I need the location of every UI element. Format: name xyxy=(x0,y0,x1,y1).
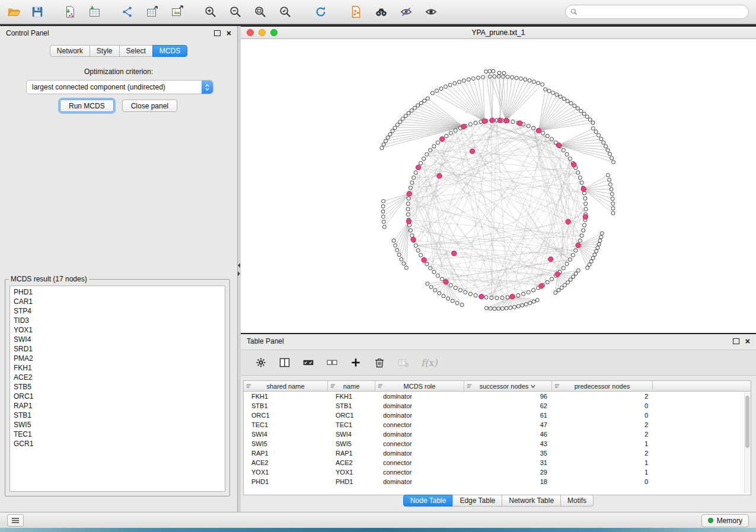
zoom-out-icon[interactable] xyxy=(228,4,243,20)
import-table-icon[interactable] xyxy=(87,4,102,20)
scrollbar-thumb[interactable] xyxy=(745,396,749,448)
export-table-icon[interactable] xyxy=(145,4,160,20)
select-all-icon[interactable] xyxy=(301,355,315,370)
memory-button[interactable]: Memory xyxy=(701,514,749,527)
column-header-successor-nodes[interactable]: successor nodes xyxy=(464,381,552,392)
collapse-left-icon[interactable] xyxy=(238,263,240,268)
close-table-panel-icon[interactable]: × xyxy=(745,338,750,344)
table-row[interactable]: FKH1FKH1dominator962 xyxy=(244,392,751,401)
column-sort-icon[interactable] xyxy=(466,383,473,389)
table-tab-network-table[interactable]: Network Table xyxy=(502,495,561,507)
result-item[interactable]: PMA2 xyxy=(10,354,225,363)
zoom-in-icon[interactable] xyxy=(203,4,218,20)
result-item[interactable]: FKH1 xyxy=(10,363,225,373)
table-tab-node-table[interactable]: Node Table xyxy=(403,495,454,507)
first-neighbors-icon[interactable] xyxy=(374,4,389,20)
open-session-icon[interactable] xyxy=(6,4,21,20)
collapse-right-icon[interactable] xyxy=(238,271,240,276)
table-scrollbar[interactable] xyxy=(744,392,751,493)
tab-network[interactable]: Network xyxy=(50,45,90,57)
table-row[interactable]: ORC1ORC1dominator610 xyxy=(244,411,751,420)
export-network-icon[interactable] xyxy=(120,4,135,20)
column-sort-icon[interactable] xyxy=(245,383,252,389)
table-cell: 2 xyxy=(552,421,653,428)
tab-style[interactable]: Style xyxy=(90,45,120,57)
table-cell: TEC1 xyxy=(328,421,375,428)
delete-row-icon[interactable] xyxy=(372,355,387,370)
window-minimize-icon[interactable] xyxy=(259,29,266,36)
result-item[interactable]: ACE2 xyxy=(10,373,225,382)
desktop-background xyxy=(0,528,756,532)
save-session-icon[interactable] xyxy=(30,4,45,20)
result-item[interactable]: PHD1 xyxy=(10,287,225,297)
column-header-MCDS-role[interactable]: MCDS role xyxy=(375,381,464,392)
import-network-icon[interactable] xyxy=(62,4,77,20)
deselect-all-icon[interactable] xyxy=(325,355,339,370)
zoom-selected-icon[interactable] xyxy=(277,4,293,20)
hide-selected-icon[interactable] xyxy=(398,4,414,20)
column-sort-icon[interactable] xyxy=(330,383,336,389)
optimization-select[interactable]: largest connected component (undirected) xyxy=(26,80,213,94)
close-panel-icon[interactable]: × xyxy=(227,30,231,36)
column-header-shared-name[interactable]: shared name xyxy=(244,381,328,392)
result-item[interactable]: ORC1 xyxy=(10,392,225,401)
tab-mcds[interactable]: MCDS xyxy=(152,45,187,57)
show-all-icon[interactable] xyxy=(423,4,439,20)
float-table-panel-icon[interactable] xyxy=(733,338,739,344)
table-row[interactable]: STB1STB1dominator620 xyxy=(244,401,751,411)
result-item[interactable]: YOX1 xyxy=(10,325,225,335)
network-view-panel: YPA_prune.txt_1 xyxy=(241,26,756,334)
run-mcds-button[interactable]: Run MCDS xyxy=(60,100,114,112)
search-box[interactable] xyxy=(565,5,749,19)
table-cell: ACE2 xyxy=(328,459,375,466)
mcds-result-title: MCDS result (17 nodes) xyxy=(9,275,89,283)
table-row[interactable]: PHD1PHD1dominator180 xyxy=(244,477,751,486)
table-cell: 2 xyxy=(552,450,653,457)
result-item[interactable]: TEC1 xyxy=(10,430,225,439)
table-row[interactable]: ACE2ACE2connector311 xyxy=(244,458,751,467)
result-item[interactable]: STB1 xyxy=(10,411,225,420)
attribute-settings-icon[interactable] xyxy=(254,355,268,370)
table-cell: 46 xyxy=(464,431,552,438)
table-cell: 61 xyxy=(464,412,552,419)
column-sort-icon[interactable] xyxy=(377,383,384,389)
float-panel-icon[interactable] xyxy=(214,30,221,36)
result-item[interactable]: STB5 xyxy=(10,382,225,392)
apply-layout-icon[interactable] xyxy=(313,4,328,20)
table-row[interactable]: SWI4SWI4dominator462 xyxy=(244,430,751,439)
table-cell: 1 xyxy=(552,440,653,447)
window-close-icon[interactable] xyxy=(247,29,254,36)
result-item[interactable]: TID3 xyxy=(10,316,225,325)
column-sort-icon[interactable] xyxy=(554,383,560,389)
column-header-predecessor-nodes[interactable]: predecessor nodes xyxy=(552,381,653,392)
result-item[interactable]: SWI4 xyxy=(10,335,225,344)
table-row[interactable]: RAP1RAP1dominator352 xyxy=(244,448,751,458)
column-layout-icon[interactable] xyxy=(277,355,292,370)
column-header-name[interactable]: name xyxy=(328,381,375,392)
window-zoom-icon[interactable] xyxy=(270,29,277,36)
table-row[interactable]: SWI5SWI5connector431 xyxy=(244,439,751,448)
result-item[interactable]: GCR1 xyxy=(10,439,225,448)
table-tab-motifs[interactable]: Motifs xyxy=(560,495,594,507)
close-panel-button[interactable]: Close panel xyxy=(122,100,177,112)
result-item[interactable]: STP4 xyxy=(10,306,225,316)
table-row[interactable]: YOX1YOX1connector291 xyxy=(244,467,751,477)
search-icon xyxy=(570,8,578,15)
add-row-icon[interactable] xyxy=(349,355,363,370)
result-item[interactable]: SRD1 xyxy=(10,344,225,354)
table-cell: 0 xyxy=(552,412,653,419)
result-item[interactable]: RAP1 xyxy=(10,401,225,411)
status-bar: Memory xyxy=(0,512,756,528)
table-row[interactable]: TEC1TEC1connector472 xyxy=(244,420,751,430)
export-image-icon[interactable] xyxy=(170,4,185,20)
tab-select[interactable]: Select xyxy=(119,45,153,57)
zoom-fit-icon[interactable] xyxy=(253,4,268,20)
table-tab-edge-table[interactable]: Edge Table xyxy=(452,495,502,507)
panel-menu-button[interactable] xyxy=(7,514,24,527)
network-canvas[interactable] xyxy=(241,39,756,334)
clone-network-icon[interactable] xyxy=(349,4,364,20)
table-header-row: shared namenameMCDS rolesuccessor nodesp… xyxy=(244,381,751,392)
result-item[interactable]: SWI5 xyxy=(10,420,225,430)
result-item[interactable]: CAR1 xyxy=(10,297,225,306)
search-input[interactable] xyxy=(581,7,744,17)
